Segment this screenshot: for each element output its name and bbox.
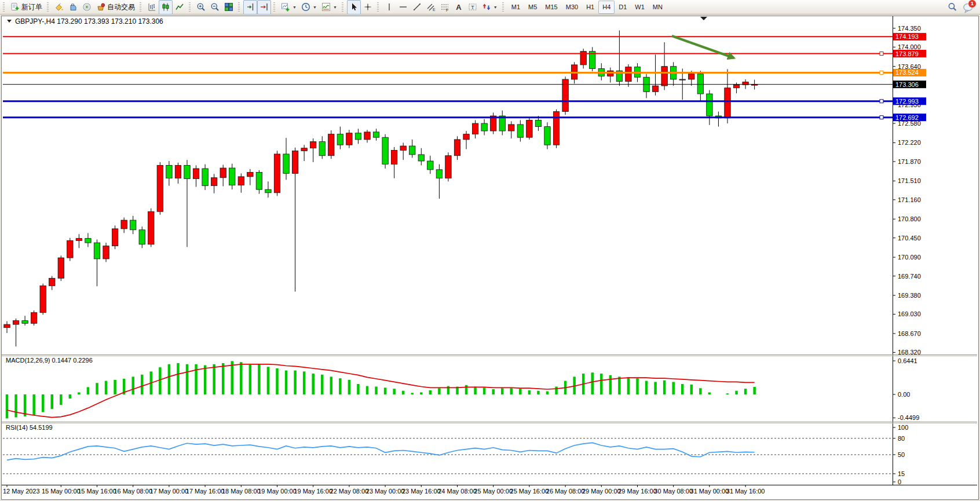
time-tick-label: 31 May 00:00 (690, 488, 729, 495)
toolbar-group-scroll (242, 0, 273, 14)
chart-window: 174.350174.000173.640173.290172.930172.5… (1, 16, 979, 500)
rsi-axis-label: 100 (898, 424, 908, 431)
broadcast-button[interactable] (80, 0, 94, 14)
candle-body (382, 137, 388, 164)
crosshair-button[interactable] (361, 0, 375, 14)
chart-canvas[interactable]: 174.350174.000173.640173.290172.930172.5… (2, 16, 977, 499)
new-chart-button[interactable]: ▼ (279, 0, 299, 14)
time-tick-label: 18 May 08:00 (222, 488, 261, 495)
time-tick-label: 30 May 08:00 (654, 488, 693, 495)
candle-body (112, 229, 118, 246)
search-button[interactable] (945, 0, 959, 14)
channel-icon: E (426, 2, 436, 12)
auto-scroll-button[interactable] (257, 0, 271, 14)
toolbar: 新订单自动交易▼▼▼EFAT▼M1M5M15M30H1H4D1W1MN1 (0, 0, 980, 14)
price-tick-label: 169.030 (898, 310, 921, 317)
text-label-button[interactable]: T (466, 0, 480, 14)
chevron-down-icon[interactable]: ▼ (493, 5, 498, 9)
price-tick-label: 169.740 (898, 273, 921, 280)
chevron-down-icon[interactable]: ▼ (333, 5, 337, 9)
toolbar-group-grip (273, 2, 275, 12)
candle-body (76, 239, 82, 241)
chart-render-root: 174.350174.000173.640173.290172.930172.5… (2, 16, 977, 495)
rsi-label: RSI(14) 54.5199 (6, 424, 53, 431)
zoom-out-button[interactable] (208, 0, 222, 14)
new-order-icon (10, 2, 20, 12)
timeframe-h4-button[interactable]: H4 (598, 1, 615, 14)
indicators-button[interactable]: ▼ (319, 0, 339, 14)
line-chart-button[interactable] (173, 0, 187, 14)
trendline-button[interactable] (410, 0, 424, 14)
cursor-button[interactable] (347, 0, 361, 14)
candle-body (661, 67, 667, 86)
search-icon (948, 2, 957, 12)
candle-body (229, 168, 235, 185)
autotrading-button[interactable]: 自动交易 (94, 0, 137, 14)
timeframe-mn-button[interactable]: MN (649, 1, 667, 14)
symbol-dropdown-icon[interactable] (7, 20, 12, 23)
timeframe-m5-button[interactable]: M5 (524, 1, 541, 14)
macd-label: MACD(12,26,9) 0.1447 0.2296 (6, 357, 93, 364)
crosshair-icon (363, 2, 372, 12)
candle-body (265, 189, 271, 193)
candlestick-icon (161, 2, 170, 12)
chat-button[interactable]: 1 (963, 2, 974, 12)
timeframe-m1-button[interactable]: M1 (507, 1, 524, 14)
candle-body (328, 134, 334, 156)
vertical-line-button[interactable] (382, 0, 396, 14)
text-button[interactable]: A (452, 0, 466, 14)
candle-body (652, 86, 658, 92)
candle-body (220, 168, 226, 178)
candle-body (184, 165, 190, 178)
price-tick-label: 170.090 (898, 254, 921, 261)
arrows-icon (482, 2, 491, 12)
equidistant-channel-button[interactable]: E (424, 0, 438, 14)
chevron-down-icon[interactable]: ▼ (313, 5, 317, 9)
line-handle[interactable] (880, 100, 883, 103)
chart-shift-button[interactable] (243, 0, 257, 14)
time-tick-label: 26 May 08:00 (546, 488, 585, 495)
trend-arrow-annotation[interactable] (672, 36, 734, 58)
chevron-down-icon[interactable]: ▼ (292, 5, 297, 9)
bar-chart-icon (147, 2, 156, 12)
paint-bucket-icon (54, 2, 64, 12)
chart-shift-marker[interactable] (700, 17, 707, 20)
line-handle[interactable] (880, 52, 883, 56)
timeframe-m15-button[interactable]: M15 (541, 1, 561, 14)
price-tick-label: 171.870 (898, 158, 921, 165)
horizontal-line-button[interactable] (396, 0, 410, 14)
candle-body (283, 154, 289, 173)
time-tick-label: 29 May 16:00 (618, 488, 657, 495)
timeframe-w1-button[interactable]: W1 (631, 1, 649, 14)
arrows-button[interactable]: ▼ (480, 0, 500, 14)
line-handle[interactable] (880, 116, 883, 119)
candle-body (202, 169, 208, 186)
toolbar-group-grip (342, 2, 343, 12)
time-tick-label: 31 May 16:00 (726, 488, 765, 495)
zoom-in-button[interactable] (194, 0, 208, 14)
candle-body (49, 278, 55, 286)
bar-chart-button[interactable] (145, 0, 159, 14)
tile-windows-button[interactable] (222, 0, 236, 14)
candle-body (626, 67, 631, 82)
periods-button[interactable]: ▼ (299, 0, 319, 14)
candle-body (707, 94, 712, 116)
toolbar-group-grip (189, 2, 191, 12)
timeframe-d1-button[interactable]: D1 (615, 1, 631, 14)
clock-icon (301, 2, 310, 12)
candlestick-button[interactable] (159, 0, 173, 14)
new-order-button[interactable]: 新订单 (8, 0, 45, 14)
price-tick-label: 169.380 (898, 292, 921, 299)
styler-button[interactable] (52, 0, 66, 14)
timeframe-m30-button[interactable]: M30 (562, 1, 582, 14)
candle-body (121, 220, 127, 229)
toolbar-group-zoom (192, 0, 237, 14)
candle-body (697, 74, 703, 94)
line-handle[interactable] (880, 71, 883, 74)
timeframe-h1-button[interactable]: H1 (582, 1, 598, 14)
price-badge-172.692-text: 172.692 (895, 114, 919, 121)
candle-body (445, 156, 451, 178)
publisher-button[interactable] (66, 0, 80, 14)
fibonacci-button[interactable]: F (438, 0, 452, 14)
candle-body (256, 173, 262, 190)
